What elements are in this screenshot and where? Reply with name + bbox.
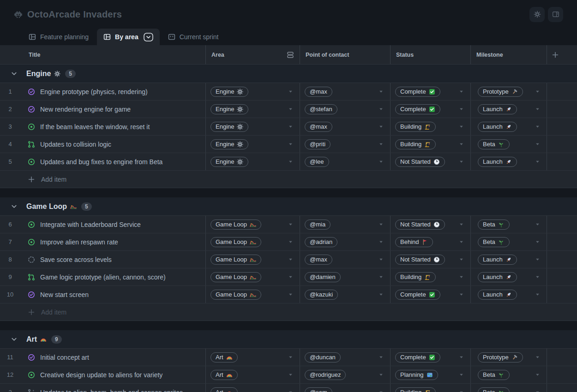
contact-cell[interactable]: @max [300,251,391,268]
contact-cell[interactable]: @priti [300,136,391,153]
area-pill[interactable]: Engine [210,139,248,149]
area-cell[interactable]: Game Loop [206,251,300,268]
area-pill[interactable]: Engine [210,157,248,167]
milestone-cell[interactable]: Beta [471,216,547,233]
area-pill[interactable]: Game Loop [210,290,261,300]
title-cell[interactable]: Integrate with Leaderboard Service [20,216,206,233]
column-header-title[interactable]: Title [0,45,206,64]
title-cell[interactable]: Updates to collision logic [20,136,206,153]
column-header-milestone[interactable]: Milestone [471,45,547,64]
contact-cell[interactable]: @mia [300,216,391,233]
area-pill[interactable]: Game Loop [210,255,261,265]
milestone-pill[interactable]: Launch [478,122,517,132]
contact-pill[interactable]: @priti [305,139,331,149]
side-panel-button[interactable] [548,7,563,22]
contact-cell[interactable]: @max [300,118,391,135]
title-cell[interactable]: Engine prototype (physics, rendering) [20,83,206,100]
area-pill[interactable]: Art [210,370,238,380]
milestone-pill[interactable]: Prototype [478,87,523,97]
add-item-button[interactable]: Add item [0,303,577,321]
contact-cell[interactable]: @kazuki [300,286,391,303]
column-header-status[interactable]: Status [391,45,471,64]
milestone-pill[interactable]: Beta [478,220,510,230]
title-cell[interactable]: Game logic prototype (alien, cannon, sco… [20,268,206,285]
area-cell[interactable]: Art [206,366,300,383]
milestone-cell[interactable]: Launch [471,268,547,285]
milestone-pill[interactable]: Prototype [478,352,523,362]
area-cell[interactable]: Game Loop [206,268,300,285]
title-cell[interactable]: Save score across levels [20,251,206,268]
milestone-cell[interactable]: Beta [471,366,547,383]
area-cell[interactable]: Art [206,384,300,392]
milestone-pill[interactable]: Beta [478,139,510,149]
milestone-pill[interactable]: Launch [478,272,517,282]
contact-pill[interactable]: @adrian [305,237,337,247]
contact-cell[interactable]: @adrian [300,233,391,250]
status-cell[interactable]: Complete [391,83,471,100]
status-pill[interactable]: Behind [395,237,433,247]
contact-pill[interactable]: @kazuki [305,290,338,300]
milestone-cell[interactable]: Launch [471,101,547,118]
status-cell[interactable]: Complete [391,286,471,303]
milestone-cell[interactable]: Launch [471,153,547,170]
title-cell[interactable]: New start screen [20,286,206,303]
title-cell[interactable]: If the beam leaves the window, reset it [20,118,206,135]
title-cell[interactable]: Updates to alien, beam, bomb and cannon … [20,384,206,392]
status-cell[interactable]: Not Started [391,251,471,268]
title-cell[interactable]: Creative design update to aliens for var… [20,366,206,383]
status-pill[interactable]: Not Started [395,220,445,230]
area-cell[interactable]: Engine [206,136,300,153]
status-pill[interactable]: Building [395,122,436,132]
column-header-area[interactable]: Area [206,45,300,64]
contact-pill[interactable]: @sam [305,387,332,392]
area-cell[interactable]: Game Loop [206,233,300,250]
contact-cell[interactable]: @lee [300,153,391,170]
status-cell[interactable]: Not Started [391,153,471,170]
chevron-down-icon[interactable] [11,336,18,343]
chevron-down-icon[interactable] [11,203,18,210]
status-pill[interactable]: Complete [395,290,440,300]
contact-pill[interactable]: @stefan [305,104,337,114]
area-pill[interactable]: Game Loop [210,237,261,247]
tab-options-button[interactable] [144,33,153,42]
area-pill[interactable]: Art [210,387,238,392]
contact-pill[interactable]: @rodriguez [305,370,346,380]
status-cell[interactable]: Not Started [391,216,471,233]
milestone-cell[interactable]: Launch [471,286,547,303]
add-item-button[interactable]: Add item [0,171,577,188]
area-cell[interactable]: Game Loop [206,286,300,303]
add-column-button[interactable] [547,45,577,64]
area-pill[interactable]: Engine [210,122,248,132]
contact-pill[interactable]: @max [305,87,332,97]
column-header-contact[interactable]: Point of contact [300,45,391,64]
status-pill[interactable]: Building [395,272,436,282]
area-cell[interactable]: Engine [206,101,300,118]
status-cell[interactable]: Behind [391,233,471,250]
title-cell[interactable]: Updates and bug fixes to engine from Bet… [20,153,206,170]
contact-pill[interactable]: @duncan [305,352,341,362]
status-pill[interactable]: Building [395,139,436,149]
status-pill[interactable]: Not Started [395,255,445,265]
contact-pill[interactable]: @damien [305,272,341,282]
contact-cell[interactable]: @duncan [300,349,391,366]
contact-cell[interactable]: @stefan [300,101,391,118]
milestone-cell[interactable]: Beta [471,384,547,392]
area-cell[interactable]: Art [206,349,300,366]
contact-pill[interactable]: @mia [305,220,331,230]
status-cell[interactable]: Building [391,136,471,153]
contact-cell[interactable]: @max [300,83,391,100]
status-pill[interactable]: Not Started [395,157,445,167]
milestone-pill[interactable]: Beta [478,387,510,392]
tab-by-area[interactable]: By area [97,29,160,45]
milestone-pill[interactable]: Launch [478,104,517,114]
contact-cell[interactable]: @rodriguez [300,366,391,383]
status-cell[interactable]: Building [391,118,471,135]
area-cell[interactable]: Engine [206,83,300,100]
milestone-cell[interactable]: Prototype [471,349,547,366]
area-pill[interactable]: Art [210,352,238,362]
status-cell[interactable]: Building [391,268,471,285]
contact-cell[interactable]: @sam [300,384,391,392]
milestone-cell[interactable]: Prototype [471,83,547,100]
status-cell[interactable]: Building [391,384,471,392]
contact-pill[interactable]: @max [305,255,332,265]
